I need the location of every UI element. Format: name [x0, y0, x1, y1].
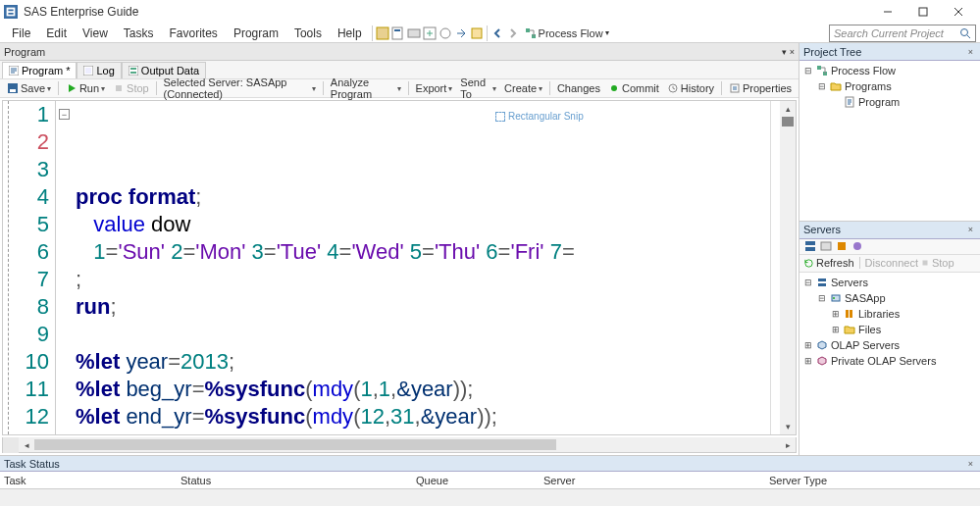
- horizontal-scrollbar[interactable]: ◂ ▸: [2, 437, 797, 453]
- server-sasapp[interactable]: ⊟ SASApp: [803, 290, 976, 306]
- menu-tasks[interactable]: Tasks: [116, 25, 162, 42]
- toolbar-icon-3[interactable]: [406, 25, 422, 41]
- servers-tree[interactable]: ⊟ Servers ⊟ SASApp ⊞ Libraries ⊞: [799, 273, 980, 455]
- search-input[interactable]: Search Current Project: [829, 25, 976, 42]
- commit-button[interactable]: Commit: [605, 82, 662, 94]
- hscroll-track[interactable]: [34, 437, 780, 452]
- nav-back-icon[interactable]: [490, 25, 505, 41]
- toolbar-icon-7[interactable]: [469, 25, 485, 41]
- project-tree[interactable]: ⊟ Process Flow ⊟ Programs Program: [799, 61, 980, 221]
- program-tab-header[interactable]: Program ▾ ×: [0, 43, 799, 61]
- col-status[interactable]: Status: [181, 475, 416, 486]
- run-label: Run: [79, 82, 99, 94]
- folder-icon: [830, 80, 842, 92]
- svg-rect-17: [10, 89, 16, 92]
- panel-close-icon[interactable]: ×: [965, 225, 976, 234]
- changes-button[interactable]: Changes: [554, 82, 603, 94]
- close-button[interactable]: [941, 0, 976, 24]
- server-icon-2[interactable]: [819, 239, 833, 253]
- tree-item-program[interactable]: Program: [803, 94, 976, 110]
- side-panels: Project Tree × ⊟ Process Flow ⊟ Programs…: [799, 43, 980, 455]
- log-icon: [83, 66, 93, 76]
- server-icon-3[interactable]: [835, 239, 849, 253]
- selected-server[interactable]: Selected Server: SASApp (Connected)▾: [161, 76, 320, 100]
- analyze-button[interactable]: Analyze Program▾: [328, 76, 404, 100]
- create-button[interactable]: Create▾: [501, 82, 545, 94]
- menu-file[interactable]: File: [4, 25, 38, 42]
- task-status-header: Task Status ×: [0, 456, 980, 472]
- nav-forward-icon[interactable]: [505, 25, 521, 41]
- menu-tools[interactable]: Tools: [286, 25, 330, 42]
- fold-column: −: [56, 101, 74, 434]
- server-libraries[interactable]: ⊞ Libraries: [803, 306, 976, 322]
- hscroll-thumb[interactable]: [34, 439, 556, 450]
- code-area[interactable]: Rectangular Snip proc format; value dow …: [74, 101, 770, 434]
- code-editor[interactable]: 123456789101112 − Rectangular Snip proc …: [2, 100, 797, 435]
- panel-close-icon[interactable]: ×: [965, 459, 976, 469]
- toolbar-icon-4[interactable]: [422, 25, 438, 41]
- menu-view[interactable]: View: [75, 25, 116, 42]
- servers-root-icon: [816, 277, 828, 288]
- export-button[interactable]: Export▾: [413, 82, 456, 94]
- process-flow-button[interactable]: Process Flow ▾: [521, 27, 613, 39]
- search-placeholder: Search Current Project: [834, 27, 959, 39]
- svg-rect-31: [818, 278, 826, 281]
- scroll-up-arrow[interactable]: ▴: [780, 101, 796, 117]
- private-olap-servers[interactable]: ⊞ Private OLAP Servers: [803, 353, 976, 369]
- col-task[interactable]: Task: [4, 475, 181, 486]
- subtab-program[interactable]: Program *: [2, 62, 77, 78]
- menu-edit[interactable]: Edit: [38, 25, 75, 42]
- fold-toggle[interactable]: −: [59, 109, 70, 120]
- tree-folder-programs[interactable]: ⊟ Programs: [803, 78, 976, 94]
- subtab-log[interactable]: Log: [77, 62, 121, 78]
- olap-servers[interactable]: ⊞ OLAP Servers: [803, 337, 976, 353]
- minimize-button[interactable]: [870, 0, 905, 24]
- svg-rect-18: [116, 85, 122, 91]
- col-servertype[interactable]: Server Type: [769, 475, 976, 486]
- sendto-button[interactable]: Send To▾: [457, 76, 499, 100]
- refresh-button[interactable]: Refresh: [803, 257, 854, 269]
- toolbar-icon-5[interactable]: [438, 25, 453, 41]
- hscroll-right-arrow[interactable]: ▸: [780, 440, 796, 450]
- save-button[interactable]: Save▾: [4, 82, 54, 94]
- history-button[interactable]: History: [664, 82, 717, 94]
- stop-label: Stop: [127, 82, 149, 94]
- properties-button[interactable]: Properties: [726, 82, 795, 94]
- svg-rect-2: [377, 27, 388, 39]
- hscroll-left-arrow[interactable]: ◂: [19, 440, 34, 450]
- maximize-button[interactable]: [905, 0, 941, 24]
- server-icon-1[interactable]: [803, 239, 817, 253]
- panel-close-icon[interactable]: ×: [965, 47, 976, 57]
- menu-program[interactable]: Program: [226, 25, 286, 42]
- menu-favorites[interactable]: Favorites: [162, 25, 226, 42]
- servers-icon-bar: [799, 239, 980, 255]
- vertical-scrollbar[interactable]: ▴ ▾: [780, 101, 796, 434]
- toolbar-icon-1[interactable]: [375, 25, 390, 41]
- scroll-thumb[interactable]: [782, 117, 794, 126]
- subtab-program-label: Program: [22, 65, 63, 76]
- overview-strip: [770, 101, 780, 434]
- task-status-panel: Task Status × Task Status Queue Server S…: [0, 455, 980, 488]
- menu-help[interactable]: Help: [330, 25, 370, 42]
- col-queue[interactable]: Queue: [416, 475, 543, 486]
- processflow-icon: [816, 65, 828, 76]
- olap-icon: [816, 339, 828, 351]
- servers-root[interactable]: ⊟ Servers: [803, 275, 976, 290]
- server-files[interactable]: ⊞ Files: [803, 322, 976, 337]
- toolbar-icon-6[interactable]: [453, 25, 469, 41]
- server-icon-4[interactable]: [851, 239, 864, 253]
- window-controls: [870, 0, 976, 24]
- server-node-icon: [830, 292, 842, 304]
- subtab-log-label: Log: [96, 65, 114, 76]
- disconnect-button: Disconnect: [865, 257, 918, 269]
- tree-label: Servers: [831, 277, 868, 288]
- analyze-label: Analyze Program: [331, 76, 395, 100]
- scroll-track[interactable]: [780, 117, 796, 419]
- col-server[interactable]: Server: [543, 475, 769, 486]
- tab-dropdown-icon[interactable]: ▾ ×: [782, 47, 795, 57]
- run-button[interactable]: Run▾: [63, 82, 108, 94]
- scroll-down-arrow[interactable]: ▾: [780, 419, 796, 434]
- toolbar-icon-2[interactable]: [390, 25, 406, 41]
- tree-root-processflow[interactable]: ⊟ Process Flow: [803, 63, 976, 78]
- search-icon: [959, 27, 971, 39]
